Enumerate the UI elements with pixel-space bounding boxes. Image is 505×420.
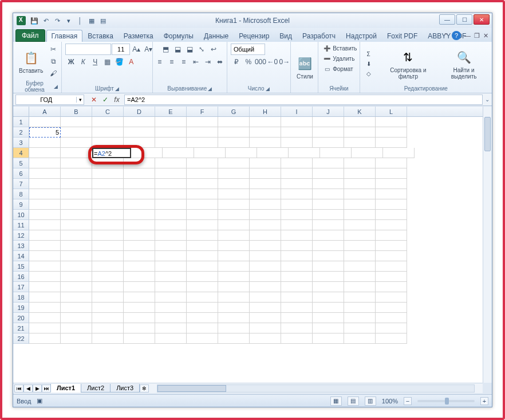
cell[interactable] — [289, 148, 320, 158]
cell[interactable] — [155, 282, 187, 292]
formula-expand-icon[interactable]: ⌄ — [483, 96, 492, 103]
cell[interactable] — [344, 272, 376, 282]
column-header[interactable]: K — [344, 107, 376, 116]
cell[interactable] — [124, 292, 155, 303]
cell[interactable] — [92, 189, 124, 199]
row-header[interactable]: 9 — [13, 199, 29, 210]
cell[interactable] — [313, 333, 344, 344]
cell[interactable] — [344, 158, 376, 168]
cell[interactable] — [92, 251, 124, 261]
cell[interactable] — [61, 210, 92, 220]
tab-home[interactable]: Главная — [46, 30, 83, 42]
cell[interactable] — [61, 138, 92, 148]
cell[interactable] — [250, 303, 281, 313]
cell[interactable] — [124, 313, 155, 323]
cell[interactable] — [187, 127, 218, 138]
cell[interactable] — [218, 261, 250, 272]
cell[interactable] — [218, 241, 250, 251]
cell[interactable] — [313, 117, 344, 127]
cell[interactable] — [61, 189, 92, 199]
cell[interactable] — [376, 168, 407, 179]
column-header[interactable]: H — [250, 107, 281, 116]
cell[interactable] — [218, 323, 250, 333]
cell[interactable] — [218, 303, 250, 313]
cell[interactable] — [61, 251, 92, 261]
cell[interactable] — [155, 303, 187, 313]
cell[interactable] — [218, 210, 250, 220]
macro-record-icon[interactable]: ▣ — [37, 397, 42, 405]
cell[interactable] — [124, 251, 155, 261]
cell[interactable] — [124, 241, 155, 251]
cell[interactable] — [61, 158, 92, 168]
cell[interactable] — [61, 199, 92, 210]
cell[interactable] — [344, 117, 376, 127]
cell[interactable] — [124, 189, 155, 199]
row-header[interactable]: 6 — [13, 168, 29, 179]
tab-data[interactable]: Данные — [199, 30, 234, 42]
cell[interactable] — [344, 210, 376, 220]
cell[interactable] — [250, 138, 281, 148]
cell[interactable] — [187, 199, 218, 210]
cell[interactable] — [29, 220, 61, 230]
mdi-restore-icon[interactable]: ❐ — [474, 32, 480, 40]
cell[interactable] — [344, 251, 376, 261]
column-header[interactable]: F — [187, 107, 218, 116]
grow-font-icon[interactable]: A▴ — [131, 44, 142, 55]
cell[interactable] — [29, 138, 61, 148]
cell[interactable] — [92, 168, 124, 179]
cell[interactable] — [218, 127, 250, 138]
cell[interactable] — [29, 158, 61, 168]
cell[interactable] — [29, 179, 61, 189]
cell[interactable] — [155, 333, 187, 344]
row-header[interactable]: 8 — [13, 189, 29, 199]
cell[interactable] — [250, 117, 281, 127]
cell[interactable] — [344, 303, 376, 313]
cell[interactable] — [187, 117, 218, 127]
save-icon[interactable]: 💾 — [29, 15, 40, 26]
cell[interactable]: =A2^2 — [92, 148, 131, 158]
view-layout-icon[interactable]: ▤ — [348, 397, 359, 406]
cell[interactable] — [376, 251, 407, 261]
cell[interactable] — [29, 168, 61, 179]
currency-icon[interactable]: ₽ — [231, 56, 242, 68]
enter-icon[interactable]: ✓ — [100, 95, 111, 105]
bold-icon[interactable]: Ж — [65, 56, 77, 68]
cell[interactable] — [124, 282, 155, 292]
cell[interactable] — [281, 282, 313, 292]
cell[interactable] — [61, 117, 92, 127]
cell[interactable] — [313, 282, 344, 292]
cell[interactable] — [313, 158, 344, 168]
cell[interactable] — [376, 189, 407, 199]
cell[interactable] — [376, 230, 407, 241]
tab-foxit[interactable]: Foxit PDF — [382, 30, 423, 42]
tab-developer[interactable]: Разработч — [297, 30, 341, 42]
cell[interactable] — [313, 303, 344, 313]
row-header[interactable]: 17 — [13, 282, 29, 292]
row-header[interactable]: 13 — [13, 241, 29, 251]
cell[interactable] — [187, 179, 218, 189]
cell[interactable] — [187, 333, 218, 344]
cell[interactable] — [187, 282, 218, 292]
cell[interactable] — [313, 241, 344, 251]
cell[interactable] — [92, 179, 124, 189]
cell[interactable] — [124, 230, 155, 241]
cell[interactable] — [124, 272, 155, 282]
column-header[interactable]: D — [124, 107, 155, 116]
cell[interactable] — [187, 292, 218, 303]
cell[interactable] — [250, 261, 281, 272]
column-header[interactable]: B — [61, 107, 92, 116]
cell[interactable] — [281, 272, 313, 282]
cell[interactable] — [187, 230, 218, 241]
cell[interactable] — [61, 303, 92, 313]
view-normal-icon[interactable]: ▦ — [330, 397, 342, 406]
ribbon-minimize-icon[interactable]: ⌃ — [443, 32, 448, 40]
align-bottom-icon[interactable]: ⬓ — [184, 44, 195, 55]
cell[interactable] — [124, 261, 155, 272]
cell[interactable] — [187, 261, 218, 272]
cell[interactable] — [383, 148, 415, 158]
cell[interactable] — [29, 282, 61, 292]
fx-icon[interactable]: fx — [112, 95, 122, 105]
cell[interactable] — [218, 138, 250, 148]
cell[interactable] — [250, 189, 281, 199]
cell[interactable] — [61, 323, 92, 333]
